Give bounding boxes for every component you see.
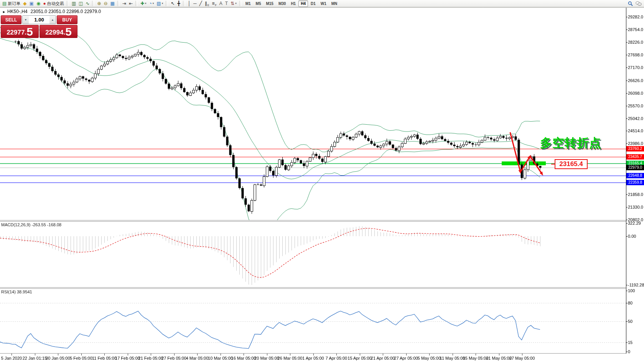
rsi-name: RSI(14) bbox=[1, 290, 16, 294]
buy-price-main: 22994 bbox=[45, 28, 63, 37]
price-axis-label: 27170.0 bbox=[628, 65, 643, 70]
text-button[interactable]: A bbox=[218, 0, 224, 7]
search-button[interactable] bbox=[627, 0, 634, 7]
time-axis-label: 16 Mar 05:00 bbox=[231, 356, 256, 360]
ducats-icon-icon: ◆ bbox=[23, 1, 26, 7]
icon-sub-letter: F bbox=[215, 4, 216, 7]
time-axis-label: 4 Mar 05:00 bbox=[186, 356, 209, 360]
toolbar-button-label: 新订单 bbox=[8, 1, 20, 7]
icon-sub-letter: E bbox=[208, 4, 209, 7]
macd-indicator-title: MACD(12,26,9) -263.55 -168.08 bbox=[1, 222, 61, 227]
text-label-button[interactable]: T bbox=[224, 0, 229, 7]
arrows-icon: ⇅ bbox=[231, 1, 234, 7]
line-chart-button[interactable]: ∿ bbox=[84, 0, 91, 7]
new-order-icon: ▤ bbox=[2, 1, 7, 7]
timeframe-d1-button[interactable]: D1 bbox=[308, 0, 318, 7]
price-level-label: 23760.2 bbox=[626, 146, 644, 151]
rsi-axis-label: 50 bbox=[628, 319, 632, 324]
time-axis-label: 5 Jan 2020 bbox=[1, 356, 22, 360]
ducats-icon-button[interactable]: ◆ bbox=[22, 0, 28, 7]
trendline-button[interactable]: ╱ bbox=[198, 0, 203, 7]
chevron-down-icon: ▾ bbox=[145, 2, 147, 5]
buy-price-big-digit: 5 bbox=[65, 27, 72, 37]
crosshair-button[interactable]: ╋ bbox=[176, 0, 181, 7]
equidistant-channel-icon: ∥ bbox=[205, 1, 207, 7]
time-axis-label: 26 Mar 05:00 bbox=[278, 356, 303, 360]
cursor-button[interactable]: ↖ bbox=[170, 0, 176, 7]
toolbar-separator bbox=[135, 1, 138, 6]
bar-chart-icon: ▥ bbox=[72, 1, 76, 7]
time-axis-label: 21 Apr 05:00 bbox=[371, 356, 395, 360]
signals-icon-icon: ◉ bbox=[36, 1, 40, 7]
price-chart-canvas[interactable] bbox=[0, 0, 644, 362]
new-order-button[interactable]: ▤新订单 bbox=[1, 0, 21, 7]
toolbar-separator bbox=[166, 1, 168, 6]
zoom-in-icon: ⊕ bbox=[97, 1, 101, 7]
price-axis-label: 25570.0 bbox=[628, 104, 643, 108]
toolbar-separator bbox=[92, 1, 94, 6]
bar-chart-button[interactable]: ▥ bbox=[71, 0, 77, 7]
auto-scroll-button[interactable]: ⇥ bbox=[121, 0, 127, 7]
text-icon: A bbox=[219, 1, 222, 7]
chat-button[interactable] bbox=[634, 0, 643, 7]
timeframe-h4-button[interactable]: H4 bbox=[298, 0, 308, 7]
volume-increase-button[interactable]: ▲ bbox=[49, 16, 56, 24]
chart-shift-button[interactable]: ⇤ bbox=[128, 0, 134, 7]
toolbar: ▤新订单◆▣◉●自动交易▥◫∿⊕⊖▦⇥⇤✚▾◔▾▧▾↖╋│─╱∥E≡FAT⇅▾M… bbox=[0, 0, 644, 7]
horizontal-line-button[interactable]: ─ bbox=[192, 0, 198, 7]
time-axis-label: 17 Feb 05:00 bbox=[115, 356, 140, 360]
zoom-out-button[interactable]: ⊖ bbox=[102, 0, 109, 7]
price-level-label: 22359.8 bbox=[626, 180, 644, 185]
chart-shift-icon: ⇤ bbox=[129, 1, 133, 7]
timeframe-w1-button[interactable]: W1 bbox=[318, 0, 329, 7]
macd-axis-label: 0.00 bbox=[628, 234, 636, 239]
chevron-down-icon: ▾ bbox=[153, 2, 154, 5]
candlestick-chart-button[interactable]: ◫ bbox=[77, 0, 84, 7]
time-axis-label: 7 Apr 05:00 bbox=[326, 356, 347, 360]
candlestick-chart-icon: ◫ bbox=[79, 1, 83, 7]
timeframe-m15-button[interactable]: M15 bbox=[264, 0, 275, 7]
horizontal-line-icon: ─ bbox=[193, 1, 197, 7]
timeframe-m1-button[interactable]: M1 bbox=[243, 0, 253, 7]
templates-button[interactable]: ▧▾ bbox=[155, 0, 164, 7]
timeframe-m5-button[interactable]: M5 bbox=[254, 0, 264, 7]
equidistant-channel-button[interactable]: ∥E bbox=[204, 0, 211, 7]
crosshair-icon: ╋ bbox=[177, 1, 180, 7]
vertical-line-icon: │ bbox=[188, 1, 191, 7]
chat-icon bbox=[636, 1, 642, 6]
fibonacci-icon: ≡ bbox=[212, 1, 214, 7]
vertical-line-button[interactable]: │ bbox=[187, 0, 192, 7]
arrows-button[interactable]: ⇅▾ bbox=[229, 0, 238, 7]
zone-price-label[interactable]: 23165.4 bbox=[555, 159, 588, 169]
auto-trading-button[interactable]: ●自动交易 bbox=[42, 0, 65, 7]
timeframe-mn-button[interactable]: MN bbox=[329, 0, 340, 7]
tile-windows-button[interactable]: ▦ bbox=[109, 0, 116, 7]
time-axis-label: 11 Feb 05:00 bbox=[92, 356, 117, 360]
rsi-axis-label: 15 bbox=[628, 340, 632, 345]
signals-icon-button[interactable]: ◉ bbox=[35, 0, 41, 7]
zoom-in-button[interactable]: ⊕ bbox=[96, 0, 102, 7]
time-axis-label: 21 Feb 05:00 bbox=[138, 356, 163, 360]
terminal-icon-button[interactable]: ▣ bbox=[28, 0, 35, 7]
buy-button[interactable]: BUY bbox=[57, 15, 77, 24]
turning-point-annotation[interactable]: 多空转折点 bbox=[540, 135, 601, 151]
toolbar-separator bbox=[117, 1, 120, 6]
indicators-button[interactable]: ✚▾ bbox=[139, 0, 148, 7]
buy-price[interactable]: 22994.5 bbox=[40, 25, 77, 38]
sell-price[interactable]: 22977.5 bbox=[1, 25, 39, 38]
sell-price-big-digit: 5 bbox=[26, 27, 33, 37]
volume-input[interactable] bbox=[29, 16, 49, 24]
sell-button[interactable]: SELL bbox=[1, 15, 21, 24]
rsi-value: 38.9541 bbox=[17, 290, 32, 294]
price-axis-label: 21330.0 bbox=[628, 205, 643, 209]
trendline-icon: ╱ bbox=[199, 1, 202, 7]
rsi-axis-label: 100 bbox=[628, 288, 635, 293]
periods-button[interactable]: ◔▾ bbox=[148, 0, 155, 7]
fibonacci-button[interactable]: ≡F bbox=[211, 0, 217, 7]
auto-scroll-icon: ⇥ bbox=[122, 1, 126, 7]
timeframe-h1-button[interactable]: H1 bbox=[288, 0, 298, 7]
timeframe-m30-button[interactable]: M30 bbox=[276, 0, 288, 7]
volume-decrease-button[interactable]: ▼ bbox=[23, 16, 29, 24]
volume-stepper: ▼ ▲ bbox=[22, 15, 56, 24]
toolbar-button-label: 自动交易 bbox=[47, 1, 64, 7]
